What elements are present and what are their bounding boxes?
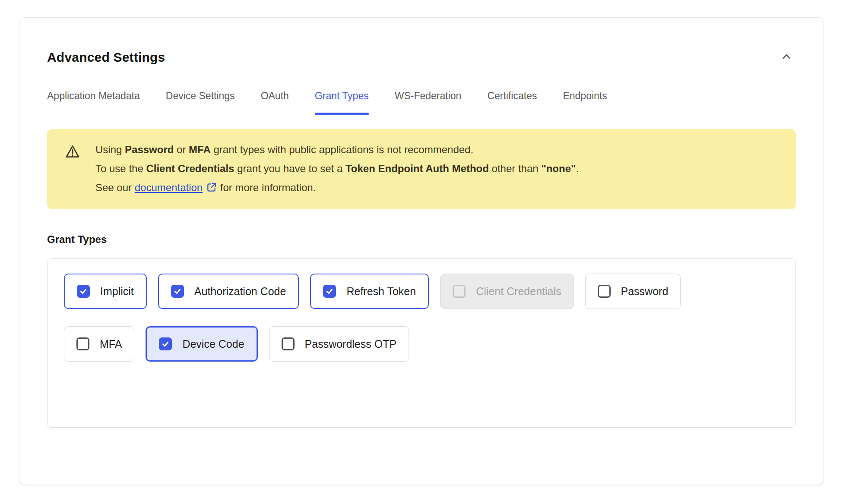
text-segment: grant types with public applications is … [211, 144, 473, 155]
text-segment-bold: Password [125, 144, 174, 155]
collapse-panel-button[interactable] [777, 48, 796, 67]
text-segment-bold: Token Endpoint Auth Method [345, 163, 489, 174]
warning-line-2: To use the Client Credentials grant you … [95, 159, 579, 178]
grant-type-label: Password [621, 285, 669, 298]
grant-type-card-authorization-code[interactable]: Authorization Code [158, 274, 299, 309]
tab-certificates[interactable]: Certificates [487, 90, 537, 115]
tab-ws-federation[interactable]: WS-Federation [395, 90, 462, 115]
grant-types-row-2: MFA Device Code Passwordless OTP [64, 326, 779, 362]
tab-endpoints[interactable]: Endpoints [563, 90, 607, 115]
tab-device-settings[interactable]: Device Settings [166, 90, 235, 115]
grant-type-label: Implicit [100, 285, 134, 298]
refresh-token-checkbox-checked[interactable] [323, 285, 336, 298]
text-segment-bold: "none" [541, 163, 576, 174]
text-segment: . [576, 163, 579, 174]
grant-type-card-password[interactable]: Password [585, 274, 681, 309]
warning-banner: Using Password or MFA grant types with p… [47, 129, 796, 209]
text-segment-bold: MFA [189, 144, 211, 155]
grant-type-label: Passwordless OTP [305, 338, 397, 350]
text-segment: See our [95, 182, 135, 193]
text-segment: for more information. [217, 182, 316, 193]
documentation-link[interactable]: documentation [135, 182, 217, 193]
text-segment: other than [489, 163, 541, 174]
implicit-checkbox-checked[interactable] [77, 285, 90, 298]
panel-header: Advanced Settings [47, 48, 796, 67]
device-code-checkbox-checked[interactable] [159, 337, 172, 350]
text-segment: grant you have to set a [234, 163, 345, 174]
external-link-icon [206, 183, 217, 195]
grant-type-label: Device Code [182, 338, 244, 350]
password-checkbox-unchecked[interactable] [598, 285, 611, 298]
text-segment-bold: Client Credentials [146, 163, 234, 174]
documentation-link-label: documentation [135, 182, 203, 193]
grant-type-card-mfa[interactable]: MFA [64, 326, 134, 362]
grant-type-card-refresh-token[interactable]: Refresh Token [310, 274, 429, 309]
grant-type-card-device-code[interactable]: Device Code [146, 326, 257, 362]
warning-triangle-icon [64, 144, 81, 161]
tab-application-metadata[interactable]: Application Metadata [47, 90, 140, 115]
tab-grant-types[interactable]: Grant Types [315, 90, 369, 115]
grant-type-label: Authorization Code [194, 285, 286, 298]
text-segment: or [174, 144, 189, 155]
text-segment: To use the [95, 163, 146, 174]
client-credentials-checkbox-disabled [453, 285, 466, 298]
tab-oauth[interactable]: OAuth [261, 90, 289, 115]
passwordless-otp-checkbox-unchecked[interactable] [282, 337, 295, 350]
grant-type-card-passwordless-otp[interactable]: Passwordless OTP [269, 326, 409, 362]
warning-line-1: Using Password or MFA grant types with p… [95, 140, 579, 159]
grant-types-group: Implicit Authorization Code Refresh Toke… [47, 258, 796, 428]
mfa-checkbox-unchecked[interactable] [76, 337, 89, 350]
page-title: Advanced Settings [47, 50, 165, 65]
grant-type-card-implicit[interactable]: Implicit [64, 274, 147, 309]
warning-line-3: See our documentation for more informati… [95, 178, 579, 199]
grant-types-row-1: Implicit Authorization Code Refresh Toke… [64, 274, 779, 309]
grant-type-label: Client Credentials [476, 285, 561, 298]
text-segment: Using [95, 144, 125, 155]
grant-type-label: MFA [100, 338, 122, 350]
grant-type-label: Refresh Token [346, 285, 416, 298]
advanced-settings-panel: Advanced Settings Application Metadata D… [19, 17, 824, 485]
warning-text: Using Password or MFA grant types with p… [95, 140, 579, 199]
grant-types-section-label: Grant Types [47, 233, 796, 246]
settings-tabs: Application Metadata Device Settings OAu… [47, 90, 796, 115]
chevron-up-icon [780, 50, 793, 65]
grant-type-card-client-credentials: Client Credentials [440, 274, 574, 309]
authorization-code-checkbox-checked[interactable] [171, 285, 184, 298]
